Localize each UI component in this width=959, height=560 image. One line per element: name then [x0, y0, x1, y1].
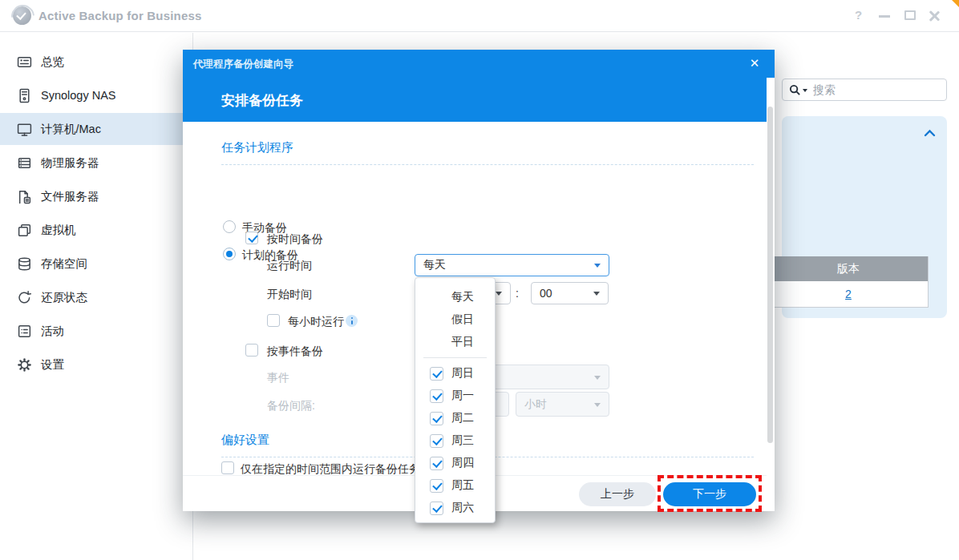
chevron-down-icon	[594, 403, 601, 407]
search-icon	[789, 84, 801, 96]
sidebar-item-computer-mac[interactable]: 计算机/Mac	[0, 113, 192, 145]
backup-by-event-checkbox[interactable]	[245, 344, 258, 357]
close-window-button[interactable]	[929, 10, 940, 22]
run-time-value: 每天	[423, 258, 446, 272]
sidebar-item-virtual-machine[interactable]: 虚拟机	[0, 214, 192, 246]
storage-icon	[17, 256, 32, 272]
day-checkbox[interactable]	[430, 367, 443, 381]
sidebar-item-label: Synology NAS	[41, 89, 116, 102]
run-time-dropdown[interactable]: 每天	[415, 254, 609, 276]
file-server-icon	[17, 189, 32, 204]
day-label: 周三	[451, 433, 474, 448]
day-checkbox[interactable]	[430, 502, 443, 515]
day-option-tuesday[interactable]: 周二	[415, 407, 495, 429]
day-label: 周五	[451, 478, 474, 493]
physical-server-icon	[17, 155, 32, 171]
version-column-header: 版本	[769, 256, 928, 281]
section-separator	[221, 164, 754, 165]
info-icon[interactable]	[346, 315, 358, 327]
wizard-step-banner: 安排备份任务	[183, 78, 767, 122]
previous-step-button[interactable]: 上一步	[579, 482, 656, 506]
device-version-table: 版本 2	[768, 256, 929, 308]
day-option-saturday[interactable]: 周六	[415, 497, 495, 519]
day-label: 周二	[451, 411, 474, 425]
sidebar-item-label: 设置	[41, 357, 64, 373]
run-hourly-checkbox[interactable]	[267, 314, 280, 327]
sidebar-item-restore-status[interactable]: 还原状态	[0, 281, 192, 313]
interval-unit-value: 小时	[524, 397, 547, 412]
chevron-down-icon	[593, 292, 600, 296]
sidebar-item-label: 活动	[41, 324, 64, 339]
minimize-button[interactable]	[879, 15, 890, 18]
day-label: 周四	[451, 456, 474, 470]
table-row: 2	[769, 281, 928, 307]
corner-notification-badge	[952, 0, 959, 7]
preferences-section-heading: 偏好设置	[221, 433, 269, 448]
start-minute-value: 00	[540, 287, 552, 300]
sidebar-item-label: 总览	[41, 54, 64, 70]
day-option-sunday[interactable]: 周日	[415, 362, 495, 385]
sidebar-item-physical-server[interactable]: 物理服务器	[0, 147, 192, 179]
sidebar-item-activity[interactable]: 活动	[0, 315, 192, 347]
day-option-friday[interactable]: 周五	[415, 474, 495, 497]
dropdown-option-weekday[interactable]: 平日	[415, 330, 495, 353]
nas-icon	[17, 88, 32, 103]
help-button[interactable]: ?	[855, 8, 862, 22]
sidebar-item-label: 存储空间	[41, 256, 87, 272]
version-link[interactable]: 2	[845, 288, 852, 300]
backup-by-time-checkbox[interactable]	[245, 232, 258, 244]
search-scope-caret-icon[interactable]	[803, 89, 807, 92]
start-minute-dropdown[interactable]: 00	[531, 282, 609, 304]
sidebar-item-label: 文件服务器	[41, 189, 99, 204]
dropdown-divider	[423, 357, 487, 358]
start-time-label: 开始时间	[267, 288, 312, 302]
day-label: 周日	[451, 366, 474, 381]
collapse-panel-button[interactable]	[924, 126, 936, 134]
sidebar-item-synology-nas[interactable]: Synology NAS	[0, 79, 192, 111]
time-separator: :	[516, 287, 519, 300]
wizard-titlebar: 代理程序备份创建向导 ✕	[183, 50, 775, 78]
wizard-close-button[interactable]: ✕	[747, 56, 763, 71]
day-label: 周六	[451, 501, 474, 515]
dropdown-option-holiday[interactable]: 假日	[415, 308, 495, 330]
chevron-down-icon	[594, 264, 601, 268]
day-option-thursday[interactable]: 周四	[415, 452, 495, 474]
sidebar-item-label: 物理服务器	[41, 155, 99, 171]
day-checkbox[interactable]	[430, 412, 443, 425]
app-title: Active Backup for Business	[38, 9, 202, 22]
wizard-title: 代理程序备份创建向导	[193, 58, 293, 71]
scheduled-backup-radio[interactable]	[223, 248, 236, 260]
interval-unit-dropdown-disabled: 小时	[516, 392, 609, 417]
time-range-checkbox[interactable]	[221, 461, 234, 474]
maximize-button[interactable]	[904, 10, 916, 20]
window-titlebar: Active Backup for Business ?	[0, 0, 959, 32]
sidebar-item-label: 还原状态	[41, 290, 87, 305]
wizard-scrollbar-thumb[interactable]	[767, 107, 773, 443]
day-option-monday[interactable]: 周一	[415, 385, 495, 407]
day-checkbox[interactable]	[430, 434, 443, 448]
run-hourly-label: 每小时运行	[288, 315, 344, 329]
device-search-box[interactable]	[782, 79, 947, 101]
restore-status-icon	[17, 290, 32, 305]
day-checkbox[interactable]	[430, 457, 443, 470]
sidebar: 总览 Synology NAS 计算机/Mac 物理服务器 文件服务器 虚拟机 …	[0, 33, 192, 560]
wizard-step-title: 安排备份任务	[221, 91, 303, 110]
wizard-scrollbar-track[interactable]	[767, 78, 775, 511]
run-time-label: 运行时间	[267, 259, 312, 273]
dropdown-option-everyday[interactable]: 每天	[415, 285, 495, 308]
backup-interval-label: 备份间隔:	[267, 399, 315, 413]
manual-backup-radio[interactable]	[223, 220, 236, 233]
sidebar-item-storage[interactable]: 存储空间	[0, 248, 192, 280]
sidebar-item-file-server[interactable]: 文件服务器	[0, 180, 192, 212]
search-input[interactable]	[813, 83, 933, 96]
day-option-wednesday[interactable]: 周三	[415, 429, 495, 452]
day-checkbox[interactable]	[430, 389, 443, 403]
backup-by-time-label: 按时间备份	[267, 232, 323, 247]
run-time-dropdown-panel: 每天 假日 平日 周日 周一 周二 周三 周四 周五 周六	[415, 277, 496, 523]
backup-by-event-label: 按事件备份	[267, 344, 323, 359]
day-checkbox[interactable]	[430, 479, 443, 493]
settings-icon	[17, 357, 32, 373]
sidebar-item-overview[interactable]: 总览	[0, 46, 192, 78]
chevron-up-icon	[924, 129, 936, 137]
sidebar-item-settings[interactable]: 设置	[0, 348, 192, 381]
